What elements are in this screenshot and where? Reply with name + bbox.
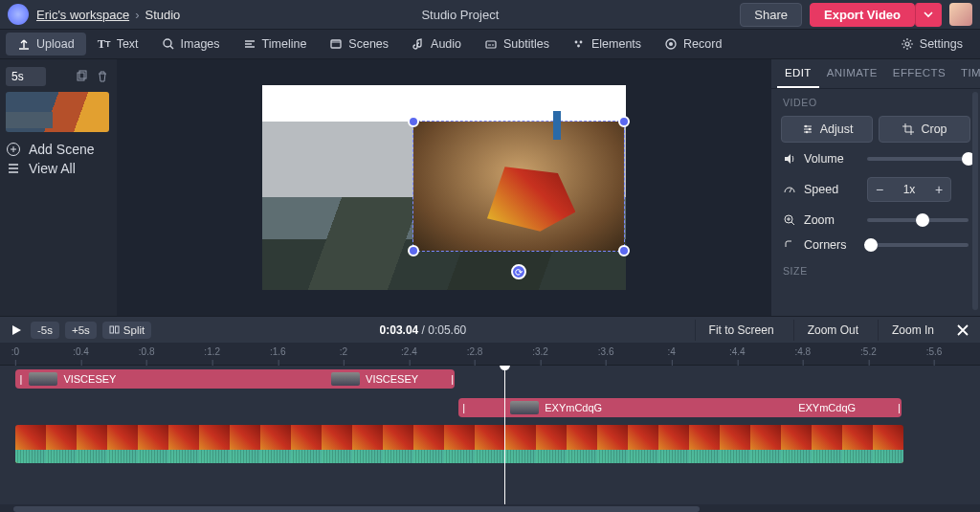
duplicate-scene-button[interactable] — [73, 68, 90, 85]
properties-scrollbar[interactable] — [972, 92, 978, 310]
svg-point-3 — [575, 41, 578, 44]
canvas-area[interactable]: ⟳ — [117, 59, 771, 316]
timeline-playhead[interactable] — [504, 366, 505, 504]
media-frame — [15, 425, 46, 463]
elements-button[interactable]: Elements — [561, 33, 653, 56]
export-video-button[interactable]: Export Video — [810, 3, 915, 27]
close-timeline-button[interactable] — [953, 321, 972, 340]
zoom-out-button[interactable]: Zoom Out — [793, 320, 872, 341]
speed-stepper[interactable]: − 1x + — [867, 177, 951, 202]
svg-rect-10 — [79, 71, 86, 78]
upload-icon — [17, 37, 31, 51]
timeline-clip[interactable]: | EXYmCdqG EXYmCdqG | — [458, 398, 902, 417]
skip-fwd-5s-button[interactable]: +5s — [65, 322, 97, 339]
zoom-slider[interactable] — [867, 218, 969, 222]
media-frame — [536, 425, 567, 463]
resize-handle-br[interactable] — [618, 245, 630, 256]
clip-trim-left[interactable]: | — [458, 402, 466, 413]
breadcrumb-workspace[interactable]: Eric's workspace — [36, 8, 129, 22]
timeline-tracks[interactable]: | VISCESEY VISCESEY | | EXYmCdqG EXYmCdq… — [0, 366, 980, 504]
upload-button[interactable]: Upload — [6, 33, 86, 56]
app-logo — [8, 4, 29, 25]
media-frame — [322, 425, 352, 463]
plus-circle-icon — [6, 142, 21, 157]
svg-point-8 — [905, 42, 909, 46]
zoom-in-button[interactable]: Zoom In — [878, 320, 947, 341]
chevron-right-icon: › — [135, 8, 139, 22]
clip-thumbnail — [331, 372, 360, 386]
export-options-button[interactable] — [915, 3, 942, 27]
text-button[interactable]: TT Text — [86, 33, 150, 56]
audio-button[interactable]: Audio — [400, 33, 473, 56]
corners-label: Corners — [804, 238, 846, 252]
gear-icon — [901, 37, 914, 51]
ruler-tick: :1.2 — [204, 346, 220, 357]
clip-thumbnail — [510, 401, 539, 414]
tab-timing[interactable]: TIMING — [953, 59, 980, 88]
play-button[interactable] — [8, 322, 25, 339]
fit-to-screen-button[interactable]: Fit to Screen — [695, 320, 788, 341]
media-frame — [138, 425, 168, 463]
media-frame — [230, 425, 260, 463]
media-frame — [444, 425, 475, 463]
timeline-scrollbar[interactable] — [0, 504, 980, 512]
crop-label: Crop — [921, 122, 947, 136]
tab-animate[interactable]: ANIMATE — [819, 59, 885, 88]
view-all-label: View All — [29, 161, 76, 176]
ruler-tick: :2 — [340, 346, 347, 357]
elements-icon — [572, 37, 586, 51]
skip-back-5s-button[interactable]: -5s — [31, 322, 59, 339]
subtitles-button[interactable]: Subtitles — [473, 33, 561, 56]
project-title: Studio Project — [188, 8, 732, 22]
ruler-tick: :5.6 — [926, 346, 943, 357]
corners-slider[interactable] — [867, 243, 969, 247]
clip-trim-right[interactable]: | — [447, 373, 455, 385]
adjust-button[interactable]: Adjust — [781, 116, 873, 143]
svg-point-14 — [805, 131, 808, 134]
media-frame — [873, 425, 903, 463]
clip-label: EXYmCdqG — [545, 402, 602, 413]
clip-trim-left[interactable]: | — [15, 373, 23, 385]
rotate-handle[interactable]: ⟳ — [511, 264, 526, 279]
toolbar-label: Text — [117, 37, 139, 51]
scenes-button[interactable]: Scenes — [318, 33, 400, 56]
settings-button[interactable]: Settings — [889, 33, 974, 56]
delete-scene-button[interactable] — [94, 68, 111, 85]
view-all-button[interactable]: View All — [6, 161, 111, 176]
media-frame — [199, 425, 230, 463]
media-frame — [628, 425, 658, 463]
volume-label: Volume — [804, 152, 844, 166]
toolbar-label: Subtitles — [503, 37, 549, 51]
speed-decrease[interactable]: − — [868, 178, 891, 201]
user-avatar[interactable] — [949, 3, 972, 26]
resize-handle-bl[interactable] — [408, 245, 419, 256]
volume-slider[interactable] — [867, 157, 969, 161]
scene-thumbnail[interactable] — [6, 92, 109, 132]
record-button[interactable]: Record — [653, 33, 733, 56]
scene-duration-input[interactable] — [6, 67, 46, 86]
resize-handle-tl[interactable] — [408, 116, 419, 127]
timeline-button[interactable]: Timeline — [232, 33, 319, 56]
crop-button[interactable]: Crop — [879, 116, 970, 143]
add-scene-button[interactable]: Add Scene — [6, 142, 111, 157]
tab-effects[interactable]: EFFECTS — [885, 59, 953, 88]
timeline-clip[interactable]: | VISCESEY VISCESEY | — [15, 369, 455, 389]
zoom-label: Zoom — [804, 213, 835, 227]
resize-handle-tr[interactable] — [618, 116, 630, 127]
clip-trim-right[interactable]: | — [894, 402, 902, 413]
speed-increase[interactable]: + — [927, 178, 950, 201]
video-canvas[interactable]: ⟳ — [262, 85, 626, 290]
media-track[interactable] — [15, 425, 903, 463]
timeline-ruler[interactable]: :0:0.4:0.8:1.2:1.6:2:2.4:2.8:3.2:3.6:4:4… — [0, 343, 980, 366]
tab-edit[interactable]: EDIT — [777, 59, 819, 88]
search-icon — [162, 37, 175, 51]
record-icon — [664, 37, 678, 51]
svg-rect-16 — [110, 326, 114, 333]
media-frame — [505, 425, 536, 463]
split-button[interactable]: Split — [102, 322, 151, 339]
share-button[interactable]: Share — [740, 3, 802, 27]
ruler-tick: :3.2 — [532, 346, 548, 357]
selected-layer[interactable] — [413, 122, 624, 251]
images-button[interactable]: Images — [150, 33, 232, 56]
clip-label: VISCESEY — [63, 373, 116, 385]
